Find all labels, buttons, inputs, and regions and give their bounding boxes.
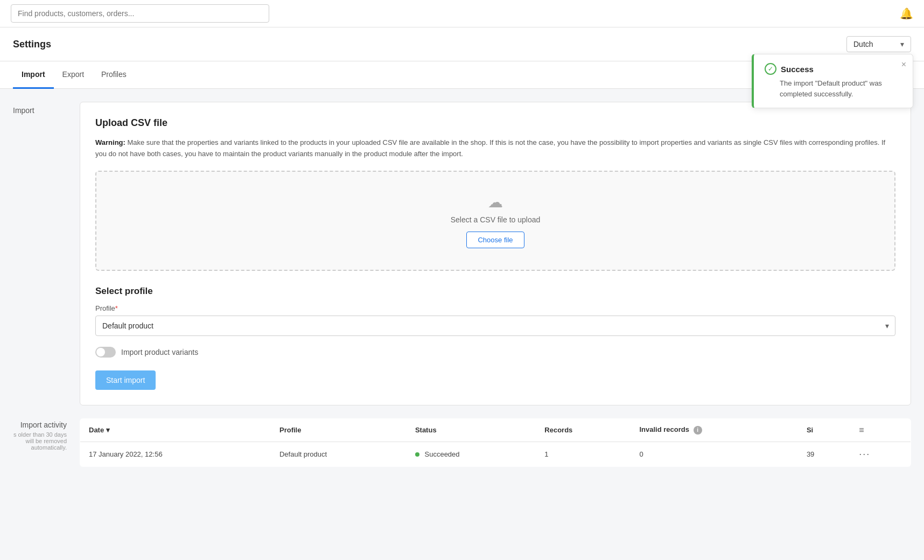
top-bar: 🔔 (0, 0, 924, 27)
search-input[interactable] (11, 4, 269, 23)
activity-left-panel: Import activity s older than 30 days wil… (13, 418, 67, 467)
row-actions-button[interactable]: ··· (859, 449, 870, 460)
warning-bold: Warning: (95, 138, 125, 146)
cell-date: 17 January 2022, 12:56 (80, 442, 271, 466)
required-marker: * (115, 304, 118, 312)
tab-export[interactable]: Export (54, 61, 93, 89)
import-variants-toggle[interactable] (95, 347, 116, 358)
start-import-button[interactable]: Start import (95, 370, 156, 390)
notification-body: The import "Default product" was complet… (780, 78, 902, 99)
col-header-date[interactable]: Date ▾ (80, 418, 271, 442)
columns-settings-button[interactable]: ≡ (859, 425, 864, 435)
language-selector[interactable]: Dutch ▾ (846, 36, 911, 52)
notification-icon[interactable]: 🔔 (900, 7, 913, 20)
toggle-label: Import product variants (121, 348, 198, 356)
notification-title: Success (781, 65, 814, 74)
cell-status: Succeeded (407, 442, 536, 466)
upload-cloud-icon: ☁ (107, 193, 884, 211)
upload-card: Upload CSV file Warning: Make sure that … (80, 102, 911, 405)
warning-text: Warning: Make sure that the properties a… (95, 137, 895, 160)
notification-header: ✓ Success (765, 63, 902, 75)
col-header-actions: ≡ (850, 418, 911, 442)
cell-actions: ··· (850, 442, 911, 466)
cell-size: 39 (798, 442, 850, 466)
table-header-row: Date ▾ Profile Status Records (80, 418, 911, 442)
section-label: Import (13, 102, 67, 405)
main-content: Import Export Profiles Import Upload CSV… (0, 61, 924, 480)
upload-area-text: Select a CSV file to upload (107, 215, 884, 224)
col-header-size: Si (798, 418, 850, 442)
success-check-icon: ✓ (765, 63, 776, 75)
content-area: Import Upload CSV file Warning: Make sur… (13, 102, 911, 405)
import-activity-table: Date ▾ Profile Status Records (80, 418, 911, 467)
activity-table-area: Date ▾ Profile Status Records (80, 418, 911, 467)
select-profile-title: Select profile (95, 286, 895, 297)
invalid-records-info-icon[interactable]: i (694, 426, 702, 435)
import-activity-section: Import activity s older than 30 days wil… (13, 418, 911, 467)
language-label: Dutch (853, 40, 873, 48)
col-header-status: Status (407, 418, 536, 442)
tab-import[interactable]: Import (13, 61, 54, 89)
choose-file-button[interactable]: Choose file (466, 232, 524, 248)
success-notification: ✓ Success The import "Default product" w… (752, 54, 913, 108)
profile-select[interactable]: Default product (95, 316, 895, 336)
upload-title: Upload CSV file (95, 117, 895, 129)
tab-profiles[interactable]: Profiles (93, 61, 135, 89)
profile-select-wrapper: Default product ▾ (95, 316, 895, 336)
col-header-invalid-records: Invalid records i (631, 418, 797, 442)
upload-dropzone[interactable]: ☁ Select a CSV file to upload Choose fil… (95, 171, 895, 271)
toggle-thumb (96, 348, 105, 356)
col-header-profile: Profile (271, 418, 407, 442)
profile-field-label: Profile* (95, 304, 895, 312)
page-title: Settings (13, 39, 51, 50)
cell-records: 1 (536, 442, 631, 466)
status-dot-icon (415, 452, 419, 457)
activity-title: Import activity (20, 421, 67, 429)
toggle-row: Import product variants (95, 347, 895, 358)
sort-icon: ▾ (106, 426, 110, 434)
chevron-down-icon: ▾ (900, 40, 904, 48)
activity-sub-note: s older than 30 days will be removed aut… (13, 431, 67, 451)
col-header-records: Records (536, 418, 631, 442)
cell-profile: Default product (271, 442, 407, 466)
cell-invalid-records: 0 (631, 442, 797, 466)
notification-close-button[interactable]: × (901, 60, 906, 69)
table-row: 17 January 2022, 12:56 Default product S… (80, 442, 911, 466)
